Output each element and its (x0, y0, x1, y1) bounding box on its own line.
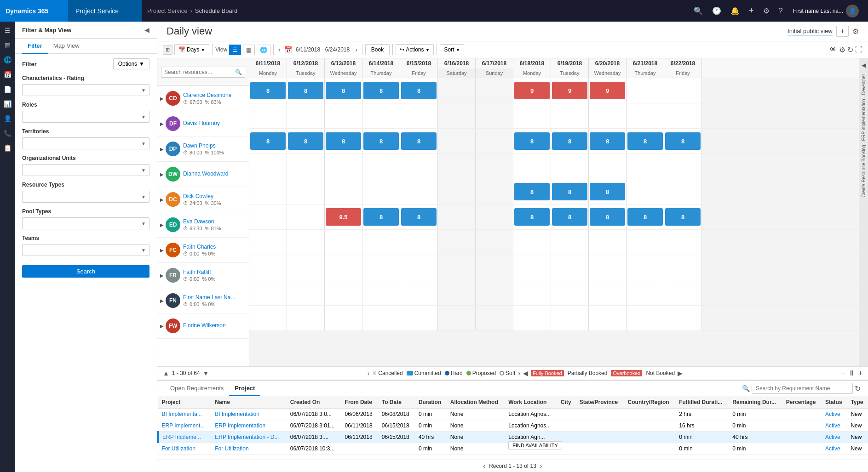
calendar-cell[interactable]: 8 (589, 205, 627, 229)
calendar-cell[interactable]: 8 (400, 129, 438, 154)
calendar-cell[interactable] (551, 255, 589, 280)
calendar-cell[interactable]: 8 (362, 129, 400, 154)
dashboard-icon[interactable]: ▦ (0, 38, 14, 52)
calendar-cell[interactable] (325, 255, 362, 280)
calendar-cell[interactable] (438, 230, 476, 255)
globe-icon[interactable]: 🌐 (0, 53, 14, 67)
collapse-rows-btn[interactable]: ▲ (163, 370, 169, 377)
calendar-cell[interactable] (438, 255, 476, 280)
clipboard-icon[interactable]: 📋 (0, 141, 14, 155)
calendar-cell[interactable] (476, 306, 513, 330)
booking-block[interactable]: 8 (250, 82, 286, 99)
calendar-cell[interactable] (589, 154, 627, 179)
calendar-cell[interactable] (400, 154, 438, 179)
booking-block[interactable]: 8 (552, 183, 587, 200)
calendar-cell[interactable] (476, 154, 513, 179)
calendar-cell[interactable] (627, 78, 664, 103)
search-nav-icon[interactable]: 🔍 (691, 5, 706, 17)
booking-block[interactable]: 8 (288, 132, 323, 150)
table-cell[interactable]: Active (822, 432, 847, 443)
booking-block[interactable]: 8 (326, 82, 361, 99)
calendar-cell[interactable]: 8 (513, 179, 551, 204)
calendar-cell[interactable] (400, 103, 438, 128)
resource-expand-icon[interactable]: ▶ (160, 96, 164, 101)
eye-icon-btn[interactable]: 👁 (830, 45, 837, 54)
calendar-cell[interactable] (287, 179, 325, 204)
calendar-cell[interactable] (362, 103, 400, 128)
resource-expand-icon[interactable]: ▶ (160, 172, 164, 177)
zoom-in-btn[interactable]: + (858, 369, 862, 377)
calendar-cell[interactable] (325, 154, 362, 179)
calendar-cell[interactable] (551, 103, 589, 128)
calendar-cell[interactable] (627, 179, 664, 204)
calendar-cell[interactable] (287, 154, 325, 179)
calendar-cell[interactable] (627, 280, 664, 305)
collapse-right-btn[interactable]: ◀ (861, 60, 867, 70)
calendar-cell[interactable] (249, 255, 287, 280)
table-cell[interactable]: BI Implementa... (158, 409, 212, 420)
calendar-cell[interactable]: 8 (551, 129, 589, 154)
calendar-cell[interactable]: 9 (589, 78, 627, 103)
booking-block[interactable]: 9 (514, 82, 550, 99)
resource-name[interactable]: Faith Charles (183, 244, 246, 250)
booking-block[interactable]: 9 (590, 82, 625, 99)
calendar-cell[interactable] (627, 306, 664, 330)
calendar-cell[interactable] (325, 280, 362, 305)
calendar-cell[interactable] (362, 306, 400, 330)
calendar-cell[interactable]: 8 (513, 129, 551, 154)
calendar-cell[interactable] (249, 154, 287, 179)
calendar-cell[interactable]: 8 (589, 129, 627, 154)
calendar-cell[interactable] (513, 255, 551, 280)
calendar-cell[interactable] (362, 280, 400, 305)
resource-expand-icon[interactable]: ▶ (160, 298, 164, 303)
settings-view-btn[interactable]: ⚙ (852, 27, 859, 36)
nav-prev-btn[interactable]: ‹ (276, 45, 282, 54)
resource-expand-icon[interactable]: ▶ (160, 222, 164, 227)
calendar-cell[interactable]: 8 (664, 205, 702, 229)
calendar-cell[interactable] (627, 103, 664, 128)
calendar-cell[interactable] (589, 230, 627, 255)
calendar-cell[interactable] (400, 179, 438, 204)
calendar-cell[interactable]: 8 (627, 129, 664, 154)
table-cell[interactable]: ERP Impleme... (158, 432, 212, 443)
calendar-cell[interactable] (249, 179, 287, 204)
calendar-cell[interactable] (287, 280, 325, 305)
calendar-cell[interactable]: 8 (551, 205, 589, 229)
calendar-cell[interactable] (551, 306, 589, 330)
booking-block[interactable]: 8 (250, 132, 286, 150)
table-row[interactable]: BI Implementa...BI Implementation06/07/2… (158, 409, 868, 420)
calendar-cell[interactable] (513, 103, 551, 128)
resource-types-select[interactable] (22, 191, 149, 203)
calendar-cell[interactable]: 8 (362, 78, 400, 103)
calendar-cell[interactable] (362, 179, 400, 204)
calendar-cell[interactable]: 8 (362, 205, 400, 229)
characteristics-select[interactable] (22, 84, 149, 96)
calendar-cell[interactable] (664, 103, 702, 128)
resource-expand-icon[interactable]: ▶ (160, 197, 164, 202)
calendar-cell[interactable] (627, 255, 664, 280)
req-refresh-btn[interactable]: ↻ (855, 384, 861, 393)
prev-week-btn[interactable]: ◀ (523, 370, 528, 377)
table-row[interactable]: ERP Implement...ERP Implementation06/07/… (158, 420, 868, 432)
booking-block[interactable]: 8 (326, 132, 361, 150)
calendar-cell[interactable] (362, 230, 400, 255)
calendar-sidebar-icon[interactable]: 📅 (0, 68, 14, 81)
table-cell[interactable]: Active (822, 443, 847, 455)
calendar-cell[interactable] (476, 78, 513, 103)
teams-select[interactable] (22, 244, 149, 256)
calendar-cell[interactable] (664, 255, 702, 280)
pool-types-select[interactable] (22, 217, 149, 229)
calendar-cell[interactable] (589, 103, 627, 128)
territories-select[interactable] (22, 137, 149, 149)
expand-rows-btn[interactable]: ▼ (203, 370, 209, 377)
calendar-cell[interactable] (589, 280, 627, 305)
calendar-cell[interactable]: 8 (249, 78, 287, 103)
calendar-cell[interactable] (438, 306, 476, 330)
resource-name[interactable]: Faith Ratliff (183, 269, 246, 275)
roles-select[interactable] (22, 111, 149, 123)
calendar-cell[interactable] (287, 306, 325, 330)
filter-tab-filter[interactable]: Filter (22, 39, 48, 54)
booking-block[interactable]: 8 (627, 132, 663, 150)
calendar-cell[interactable] (325, 179, 362, 204)
nav-next-btn[interactable]: › (353, 45, 359, 54)
